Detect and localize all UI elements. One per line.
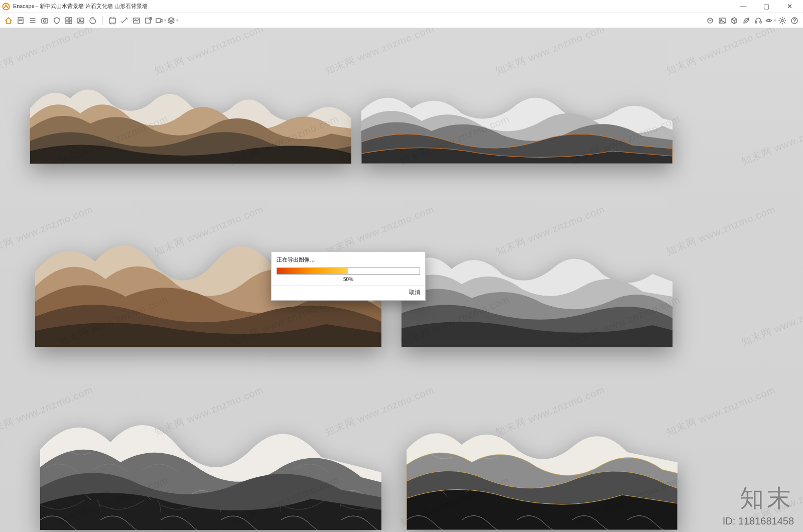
toolbar-right <box>705 15 800 26</box>
progress-bar-fill <box>277 268 348 274</box>
cancel-button[interactable]: 取消 <box>409 289 420 295</box>
shield-icon[interactable] <box>51 15 62 26</box>
svg-rect-21 <box>156 19 161 23</box>
svg-rect-10 <box>69 18 72 20</box>
brand-watermark: 知末 ID: 1181681458 <box>723 482 794 527</box>
model-panel-5 <box>40 379 381 530</box>
brand-id: ID: 1181681458 <box>723 515 794 527</box>
video-icon[interactable] <box>155 15 166 26</box>
toolbar-left <box>3 15 178 26</box>
svg-rect-18 <box>109 18 115 23</box>
cube-icon[interactable] <box>729 15 740 26</box>
svg-point-15 <box>91 20 92 21</box>
export-progress-dialog: 正在导出图像… 50% 取消 <box>271 251 426 301</box>
window-title: Enscape - 新中式山水背景墙 片石文化墙 山形石背景墙 <box>13 3 732 10</box>
page-icon[interactable] <box>15 15 26 26</box>
maximize-button[interactable]: ▢ <box>755 0 778 13</box>
eye-icon[interactable] <box>765 15 776 26</box>
titlebar: Enscape - 新中式山水背景墙 片石文化墙 山形石背景墙 — ▢ ✕ <box>0 0 803 13</box>
toolbar: ︿ <box>0 13 803 28</box>
gear-icon[interactable] <box>777 15 788 26</box>
close-button[interactable]: ✕ <box>778 0 801 13</box>
brand-name: 知末 <box>723 482 794 514</box>
model-panel-6 <box>407 392 678 530</box>
svg-rect-12 <box>69 21 72 24</box>
svg-point-27 <box>768 20 770 22</box>
gallery-icon[interactable] <box>131 15 142 26</box>
help-icon[interactable] <box>789 15 800 26</box>
progress-percent: 50% <box>272 275 425 285</box>
screenshot-icon[interactable] <box>107 15 118 26</box>
window-controls: — ▢ ✕ <box>732 0 801 13</box>
progress-bar <box>277 268 420 275</box>
svg-point-30 <box>794 22 794 23</box>
material-icon[interactable] <box>705 15 716 26</box>
minimize-button[interactable]: — <box>732 0 755 13</box>
camera-icon[interactable] <box>39 15 50 26</box>
picture-icon[interactable] <box>717 15 728 26</box>
home-icon[interactable] <box>3 15 14 26</box>
headset-icon[interactable] <box>753 15 764 26</box>
svg-point-8 <box>44 20 46 22</box>
leaf-icon[interactable] <box>741 15 752 26</box>
svg-rect-25 <box>755 21 757 23</box>
list-icon[interactable] <box>27 15 38 26</box>
svg-rect-9 <box>66 18 68 20</box>
export-image-icon[interactable] <box>143 15 154 26</box>
palette-icon[interactable] <box>87 15 98 26</box>
model-panel-2 <box>361 56 673 164</box>
layers-icon[interactable] <box>167 15 178 26</box>
svg-rect-11 <box>66 21 68 24</box>
viewport[interactable]: 知末网 www.znzmo.com知末网 www.znzmo.com知末网 ww… <box>0 28 803 532</box>
model-panel-1 <box>30 48 351 164</box>
image-icon[interactable] <box>75 15 86 26</box>
svg-point-17 <box>93 19 94 20</box>
svg-rect-26 <box>760 21 761 23</box>
app-icon <box>2 3 10 11</box>
grid-icon[interactable] <box>63 15 74 26</box>
svg-point-16 <box>92 18 93 19</box>
wand-icon[interactable] <box>119 15 130 26</box>
dialog-title: 正在导出图像… <box>272 252 425 267</box>
model-panel-4 <box>401 214 673 347</box>
svg-point-28 <box>781 19 783 21</box>
